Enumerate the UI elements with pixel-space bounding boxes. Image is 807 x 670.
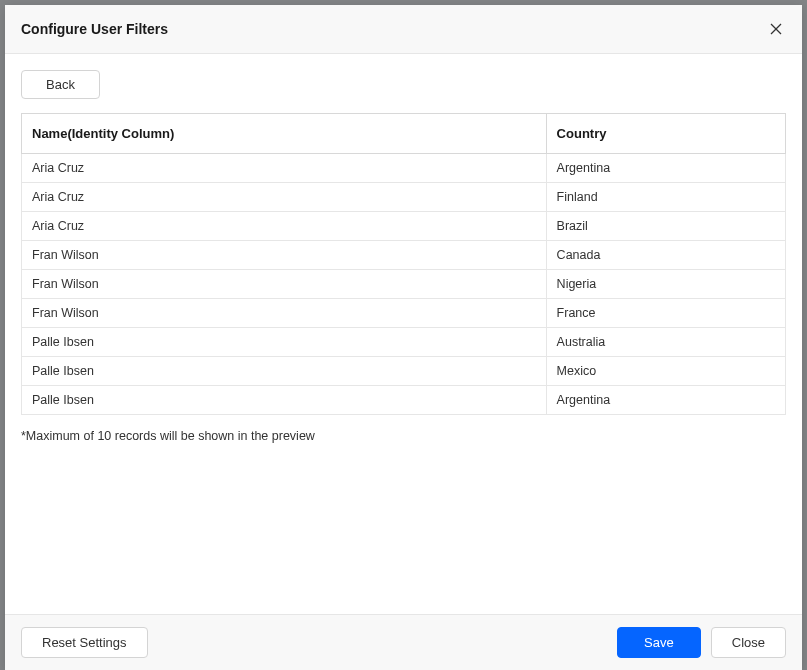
close-button[interactable]: Close bbox=[711, 627, 786, 658]
table-row: Fran Wilson Nigeria bbox=[22, 270, 786, 299]
cell-name: Palle Ibsen bbox=[22, 328, 547, 357]
table-row: Aria Cruz Argentina bbox=[22, 154, 786, 183]
table-row: Aria Cruz Finland bbox=[22, 183, 786, 212]
preview-note: *Maximum of 10 records will be shown in … bbox=[21, 429, 786, 443]
cell-name: Palle Ibsen bbox=[22, 386, 547, 415]
x-icon bbox=[770, 23, 782, 35]
cell-country: Finland bbox=[546, 183, 785, 212]
table-row: Palle Ibsen Argentina bbox=[22, 386, 786, 415]
table-row: Palle Ibsen Mexico bbox=[22, 357, 786, 386]
cell-country: Argentina bbox=[546, 154, 785, 183]
cell-country: Argentina bbox=[546, 386, 785, 415]
cell-name: Aria Cruz bbox=[22, 183, 547, 212]
cell-country: Canada bbox=[546, 241, 785, 270]
dialog-header: Configure User Filters bbox=[5, 5, 802, 54]
cell-name: Aria Cruz bbox=[22, 154, 547, 183]
cell-country: Nigeria bbox=[546, 270, 785, 299]
cell-name: Fran Wilson bbox=[22, 270, 547, 299]
cell-country: France bbox=[546, 299, 785, 328]
cell-country: Australia bbox=[546, 328, 785, 357]
table-row: Aria Cruz Brazil bbox=[22, 212, 786, 241]
cell-country: Mexico bbox=[546, 357, 785, 386]
column-header-name: Name(Identity Column) bbox=[22, 114, 547, 154]
dialog-title: Configure User Filters bbox=[21, 21, 168, 37]
cell-name: Fran Wilson bbox=[22, 299, 547, 328]
table-header-row: Name(Identity Column) Country bbox=[22, 114, 786, 154]
dialog-body: Back Name(Identity Column) Country Aria … bbox=[5, 54, 802, 614]
table-row: Fran Wilson France bbox=[22, 299, 786, 328]
back-button[interactable]: Back bbox=[21, 70, 100, 99]
footer-right-buttons: Save Close bbox=[617, 627, 786, 658]
filter-preview-table: Name(Identity Column) Country Aria Cruz … bbox=[21, 113, 786, 415]
table-row: Fran Wilson Canada bbox=[22, 241, 786, 270]
configure-user-filters-dialog: Configure User Filters Back Name(Identit… bbox=[5, 5, 802, 670]
cell-name: Aria Cruz bbox=[22, 212, 547, 241]
cell-name: Fran Wilson bbox=[22, 241, 547, 270]
close-icon[interactable] bbox=[766, 19, 786, 39]
table-row: Palle Ibsen Australia bbox=[22, 328, 786, 357]
column-header-country: Country bbox=[546, 114, 785, 154]
save-button[interactable]: Save bbox=[617, 627, 701, 658]
cell-country: Brazil bbox=[546, 212, 785, 241]
reset-settings-button[interactable]: Reset Settings bbox=[21, 627, 148, 658]
cell-name: Palle Ibsen bbox=[22, 357, 547, 386]
dialog-footer: Reset Settings Save Close bbox=[5, 614, 802, 670]
